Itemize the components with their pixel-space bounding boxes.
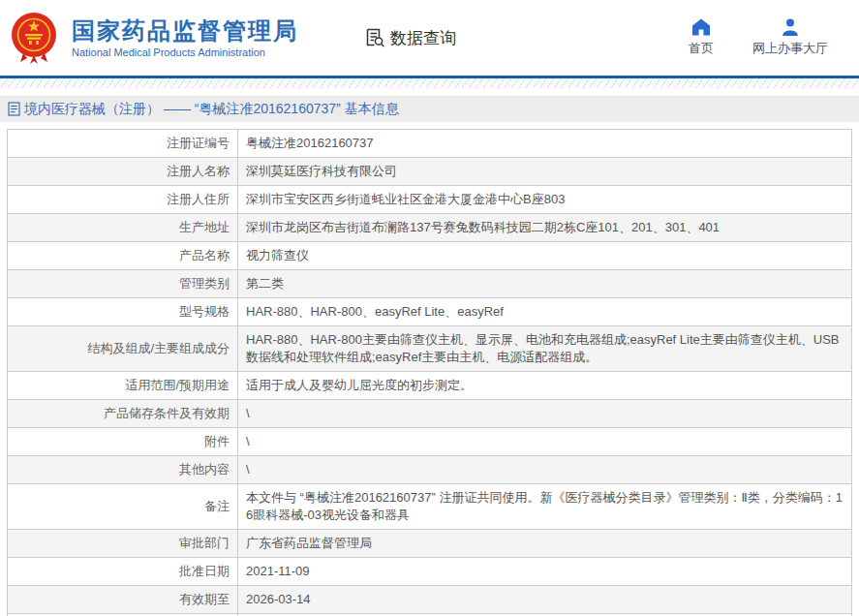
row-label: 批准日期 xyxy=(8,558,238,586)
table-row: 有效期至2026-03-14 xyxy=(8,586,852,614)
row-label: 生产地址 xyxy=(8,214,238,242)
nav-item-service-hall[interactable]: 网上办事大厅 xyxy=(752,18,828,57)
row-value: 本文件与 “粤械注准20162160737” 注册证共同使用。新《医疗器械分类目… xyxy=(238,484,852,530)
breadcrumb: 境内医疗器械（注册） —— “粤械注准20162160737” 基本信息 xyxy=(0,95,859,122)
table-row: 批准日期2021-11-09 xyxy=(8,558,852,586)
row-label: 结构及组成/主要组成成分 xyxy=(8,326,238,372)
row-label: 其他内容 xyxy=(8,456,238,484)
home-icon xyxy=(691,18,711,36)
row-value: HAR-880、HAR-800、easyRef Lite、easyRef xyxy=(238,298,852,326)
table-row: 注册人名称深圳莫廷医疗科技有限公司 xyxy=(8,158,852,186)
row-label: 适用范围/预期用途 xyxy=(8,372,238,400)
row-label: 备注 xyxy=(8,484,238,530)
breadcrumb-text: 境内医疗器械（注册） —— “粤械注准20162160737” 基本信息 xyxy=(24,101,399,118)
table-row: 备注本文件与 “粤械注准20162160737” 注册证共同使用。新《医疗器械分… xyxy=(8,484,852,530)
site-title: 国家药品监督管理局 xyxy=(72,17,298,45)
data-query-label: 数据查询 xyxy=(390,27,456,49)
row-value: \ xyxy=(238,400,852,428)
table-row: 审批部门广东省药品监督管理局 xyxy=(8,530,852,558)
nav-label-home: 首页 xyxy=(689,40,714,57)
document-search-icon xyxy=(364,27,385,48)
npa-emblem-logo xyxy=(8,11,60,65)
header-nav: 首页 网上办事大厅 xyxy=(689,18,828,57)
page-header: 国家药品监督管理局 National Medical Products Admi… xyxy=(0,0,859,76)
row-value: \ xyxy=(238,428,852,456)
row-label: 审批部门 xyxy=(8,530,238,558)
user-icon xyxy=(782,18,799,36)
table-row: 注册证编号粤械注准20162160737 xyxy=(8,130,852,158)
row-value: 适用于成人及婴幼儿屈光度的初步测定。 xyxy=(238,372,852,400)
row-value: 广东省药品监督管理局 xyxy=(238,530,852,558)
table-row: 适用范围/预期用途适用于成人及婴幼儿屈光度的初步测定。 xyxy=(8,372,852,400)
document-icon xyxy=(8,102,20,116)
table-row: 产品储存条件及有效期\ xyxy=(8,400,852,428)
row-label: 型号规格 xyxy=(8,298,238,326)
row-label: 产品储存条件及有效期 xyxy=(8,400,238,428)
row-value: 深圳市宝安区西乡街道蚝业社区金港大厦金港中心B座803 xyxy=(238,186,852,214)
row-label: 附件 xyxy=(8,428,238,456)
row-value: 视力筛查仪 xyxy=(238,242,852,270)
table-row: 注册人住所深圳市宝安区西乡街道蚝业社区金港大厦金港中心B座803 xyxy=(8,186,852,214)
row-value: 深圳莫廷医疗科技有限公司 xyxy=(238,158,852,186)
table-row: 型号规格HAR-880、HAR-800、easyRef Lite、easyRef xyxy=(8,298,852,326)
data-query-menu[interactable]: 数据查询 xyxy=(364,27,456,49)
row-value: 2021-11-09 xyxy=(238,558,852,586)
row-label: 管理类别 xyxy=(8,270,238,298)
row-value: 2026-03-14 xyxy=(238,586,852,614)
registration-info-section: 注册证编号粤械注准20162160737注册人名称深圳莫廷医疗科技有限公司注册人… xyxy=(0,129,859,616)
logo-text: 国家药品监督管理局 National Medical Products Admi… xyxy=(72,17,298,58)
registration-info-table: 注册证编号粤械注准20162160737注册人名称深圳莫廷医疗科技有限公司注册人… xyxy=(7,129,852,616)
table-row: 管理类别第二类 xyxy=(8,270,852,298)
row-label: 注册人名称 xyxy=(8,158,238,186)
row-label: 注册证编号 xyxy=(8,130,238,158)
row-value: \ xyxy=(238,456,852,484)
row-label: 有效期至 xyxy=(8,586,238,614)
hatched-band xyxy=(0,78,859,88)
row-value: 粤械注准20162160737 xyxy=(238,130,852,158)
row-value: 深圳市龙岗区布吉街道布澜路137号赛兔数码科技园二期2栋C座101、201、30… xyxy=(238,214,852,242)
nav-item-home[interactable]: 首页 xyxy=(689,18,714,57)
site-subtitle: National Medical Products Administration xyxy=(72,46,298,58)
nav-label-service-hall: 网上办事大厅 xyxy=(752,40,828,57)
row-value: 第二类 xyxy=(238,270,852,298)
table-row: 附件\ xyxy=(8,428,852,456)
table-row: 结构及组成/主要组成成分HAR-880、HAR-800主要由筛查仪主机、显示屏、… xyxy=(8,326,852,372)
row-value: HAR-880、HAR-800主要由筛查仪主机、显示屏、电池和充电器组成;eas… xyxy=(238,326,852,372)
info-table-body: 注册证编号粤械注准20162160737注册人名称深圳莫廷医疗科技有限公司注册人… xyxy=(8,130,852,616)
row-label: 产品名称 xyxy=(8,242,238,270)
table-row: 生产地址深圳市龙岗区布吉街道布澜路137号赛兔数码科技园二期2栋C座101、20… xyxy=(8,214,852,242)
table-row: 其他内容\ xyxy=(8,456,852,484)
table-row: 产品名称视力筛查仪 xyxy=(8,242,852,270)
row-label: 注册人住所 xyxy=(8,186,238,214)
